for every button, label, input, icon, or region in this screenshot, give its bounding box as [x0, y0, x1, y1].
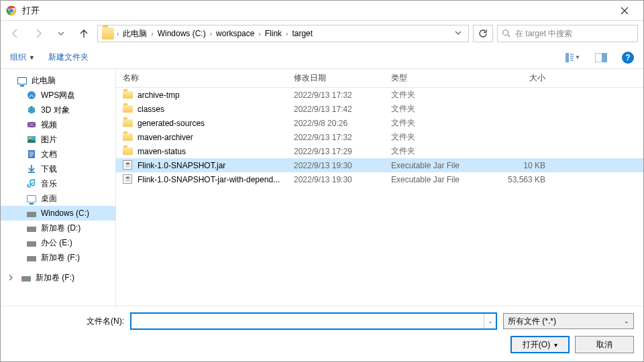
- video-icon: [26, 119, 37, 130]
- sidebar-item-drive[interactable]: 新加卷 (F:): [1, 270, 115, 285]
- sidebar-label: 音乐: [41, 178, 57, 190]
- filename-field[interactable]: [131, 314, 484, 328]
- recent-dropdown[interactable]: [52, 24, 70, 43]
- pc-icon: [17, 75, 28, 86]
- sidebar-label: 下载: [41, 164, 57, 175]
- chevron-down-icon: ▼: [29, 54, 35, 61]
- sidebar-item[interactable]: 桌面: [1, 191, 115, 206]
- sidebar-item[interactable]: 图片: [1, 132, 115, 147]
- file-filter-combo[interactable]: 所有文件 (*.*) ⌄: [503, 313, 634, 329]
- column-headers: 名称 修改日期 类型 大小: [116, 69, 643, 88]
- file-row[interactable]: generated-sources2022/9/8 20:26文件夹: [116, 116, 643, 130]
- window-title: 打开: [22, 5, 40, 17]
- new-folder-button[interactable]: 新建文件夹: [48, 52, 89, 63]
- address-dropdown[interactable]: [449, 29, 467, 38]
- sidebar-label: 新加卷 (D:): [41, 223, 80, 234]
- sidebar-item[interactable]: 3D 对象: [1, 103, 115, 117]
- file-type: 文件夹: [391, 131, 492, 143]
- sidebar-item[interactable]: 办公 (E:): [1, 235, 115, 250]
- navbar: › 此电脑 › Windows (C:) › workspace › Flink…: [1, 21, 643, 46]
- chevron-down-icon: ⌄: [624, 318, 629, 324]
- organize-label: 组织: [10, 52, 26, 63]
- folder-icon: [123, 133, 133, 141]
- file-name: Flink-1.0-SNAPSHOT.jar: [138, 161, 294, 170]
- file-row[interactable]: Flink-1.0-SNAPSHOT.jar2022/9/13 19:30Exe…: [116, 158, 643, 172]
- sidebar-item[interactable]: 视频: [1, 117, 115, 132]
- close-button[interactable]: [611, 1, 638, 20]
- back-button[interactable]: [6, 24, 25, 43]
- sidebar-label: 新加卷 (F:): [36, 272, 74, 284]
- help-button[interactable]: ?: [622, 52, 634, 64]
- drive-icon: [26, 208, 37, 219]
- breadcrumb[interactable]: Windows (C:): [154, 25, 210, 42]
- sidebar-item[interactable]: Windows (C:): [1, 206, 115, 221]
- music-icon: [26, 178, 37, 189]
- file-type: 文件夹: [391, 103, 492, 115]
- file-type: 文件夹: [391, 117, 492, 129]
- sidebar-root-pc[interactable]: 此电脑: [1, 73, 115, 88]
- svg-rect-10: [28, 150, 35, 158]
- col-name[interactable]: 名称: [123, 72, 294, 84]
- cancel-label: 取消: [596, 339, 612, 351]
- sidebar-label: 视频: [41, 119, 57, 131]
- folder-icon: [123, 105, 133, 113]
- sidebar-item[interactable]: 新加卷 (F:): [1, 250, 115, 265]
- file-row[interactable]: Flink-1.0-SNAPSHOT-jar-with-depend...202…: [116, 172, 643, 186]
- file-date: 2022/9/13 17:29: [294, 147, 391, 156]
- sidebar-item[interactable]: 文档: [1, 147, 115, 162]
- filename-label: 文件名(N):: [10, 316, 124, 327]
- sidebar-item[interactable]: 下载: [1, 162, 115, 176]
- file-list[interactable]: archive-tmp2022/9/13 17:32文件夹classes2022…: [116, 88, 643, 306]
- sidebar-item[interactable]: 新加卷 (D:): [1, 221, 115, 235]
- folder-icon: [123, 91, 133, 99]
- sidebar-item[interactable]: WPS网盘: [1, 88, 115, 103]
- file-name: classes: [138, 105, 294, 114]
- list-view-icon: [566, 53, 574, 62]
- col-type[interactable]: 类型: [391, 72, 492, 84]
- sidebar: 此电脑 WPS网盘3D 对象视频图片文档下载音乐桌面Windows (C:)新加…: [1, 69, 116, 306]
- file-row[interactable]: classes2022/9/13 17:42文件夹: [116, 102, 643, 116]
- view-mode-button[interactable]: ▼: [566, 50, 580, 65]
- preview-pane-button[interactable]: [594, 50, 608, 65]
- breadcrumb[interactable]: Flink: [261, 25, 286, 42]
- breadcrumb[interactable]: workspace: [212, 25, 258, 42]
- file-type: 文件夹: [391, 89, 492, 101]
- file-date: 2022/9/13 17:32: [294, 133, 391, 142]
- refresh-button[interactable]: [473, 25, 493, 42]
- breadcrumb[interactable]: 此电脑: [119, 25, 151, 42]
- file-row[interactable]: maven-status2022/9/13 17:29文件夹: [116, 144, 643, 158]
- file-row[interactable]: maven-archiver2022/9/13 17:32文件夹: [116, 130, 643, 144]
- split-dropdown-icon: ▾: [554, 341, 557, 349]
- filename-input[interactable]: ⌄: [131, 313, 496, 329]
- filename-dropdown[interactable]: ⌄: [484, 314, 496, 328]
- organize-menu[interactable]: 组织▼: [10, 52, 35, 63]
- file-pane: 名称 修改日期 类型 大小 archive-tmp2022/9/13 17:32…: [116, 69, 643, 306]
- file-date: 2022/9/13 17:42: [294, 105, 391, 114]
- svg-rect-3: [566, 53, 569, 62]
- jar-icon: [123, 174, 132, 184]
- forward-button[interactable]: [29, 24, 48, 43]
- file-row[interactable]: archive-tmp2022/9/13 17:32文件夹: [116, 88, 643, 102]
- open-button[interactable]: 打开(O)▾: [511, 336, 570, 353]
- file-date: 2022/9/8 20:26: [294, 119, 391, 128]
- sidebar-label: 文档: [41, 149, 57, 160]
- address-bar[interactable]: › 此电脑 › Windows (C:) › workspace › Flink…: [97, 25, 469, 42]
- breadcrumb[interactable]: target: [288, 25, 317, 42]
- drive-icon: [26, 252, 37, 263]
- open-label: 打开(O): [523, 339, 550, 351]
- sidebar-item[interactable]: 音乐: [1, 176, 115, 191]
- file-name: generated-sources: [138, 119, 294, 128]
- chrome-icon: [6, 5, 17, 16]
- file-size: 53,563 KB: [492, 175, 545, 184]
- up-button[interactable]: [74, 24, 93, 43]
- refresh-icon: [478, 29, 488, 38]
- search-input[interactable]: 在 target 中搜索: [497, 25, 638, 42]
- search-placeholder: 在 target 中搜索: [515, 28, 572, 40]
- sidebar-label: 办公 (E:): [41, 237, 72, 249]
- col-date[interactable]: 修改日期: [294, 72, 391, 84]
- cancel-button[interactable]: 取消: [575, 336, 634, 353]
- folder-icon: [123, 147, 133, 155]
- titlebar: 打开: [1, 1, 643, 21]
- col-size[interactable]: 大小: [492, 72, 545, 84]
- sidebar-label: 新加卷 (F:): [41, 252, 80, 263]
